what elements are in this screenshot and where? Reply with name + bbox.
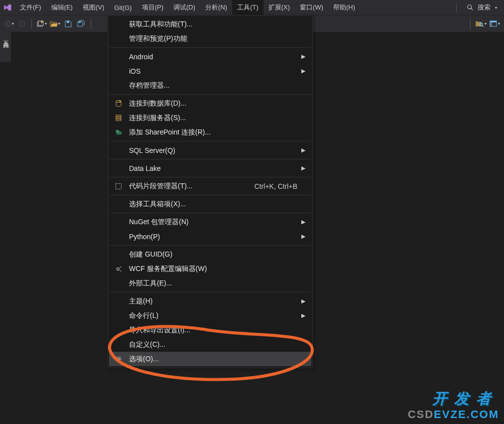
menu-item-8[interactable]: 扩展(X): [263, 0, 295, 15]
menu-option[interactable]: Data Lake▶: [109, 161, 311, 175]
menu-option[interactable]: 创建 GUID(G): [109, 247, 311, 262]
menu-option[interactable]: 代码片段管理器(T)...Ctrl+K, Ctrl+B: [109, 179, 311, 193]
chevron-right-icon: ▶: [301, 233, 305, 240]
find-in-files-button[interactable]: ▾: [474, 18, 488, 30]
open-button[interactable]: ▾: [49, 18, 61, 30]
menu-item-7[interactable]: 工具(T): [232, 0, 263, 15]
menu-item-0[interactable]: 文件(F): [15, 0, 46, 15]
watermark-cn: 开发者: [432, 389, 498, 409]
menu-option-label: 自定义(C)...: [129, 340, 165, 349]
menu-option[interactable]: 主题(H)▶: [109, 294, 311, 308]
db-icon: [114, 99, 123, 108]
search-icon: [467, 4, 474, 11]
menu-option-label: 连接到服务器(S)...: [129, 114, 186, 123]
menu-option-label: 代码片段管理器(T)...: [129, 182, 193, 191]
menu-option-label: 导入和导出设置(I)...: [129, 326, 190, 335]
menu-item-10[interactable]: 帮助(H): [328, 0, 360, 15]
menu-option[interactable]: 存档管理器...: [109, 78, 311, 93]
snippet-icon: [114, 182, 123, 191]
toolbox-label: 工具箱: [1, 36, 10, 39]
menu-option-label: 命令行(L): [129, 311, 158, 320]
chevron-right-icon: ▶: [301, 219, 305, 225]
svg-point-3: [19, 21, 24, 26]
menu-option-label: 创建 GUID(G): [129, 250, 172, 259]
svg-point-22: [118, 269, 119, 270]
window-layout-button[interactable]: ▾: [489, 18, 501, 30]
svg-rect-7: [79, 21, 81, 23]
menu-option[interactable]: 连接到服务器(S)...: [109, 111, 311, 125]
menu-option[interactable]: 选项(O)...: [109, 352, 311, 366]
chevron-right-icon: ▶: [301, 312, 305, 319]
svg-rect-12: [490, 22, 492, 26]
wcf-icon: [114, 265, 123, 274]
svg-point-23: [118, 358, 120, 360]
menu-bar: 文件(F)编辑(E)视图(V)Git(G)项目(P)调试(D)分析(N)工具(T…: [0, 0, 504, 15]
svg-line-9: [482, 25, 484, 27]
menu-item-9[interactable]: 窗口(W): [295, 0, 328, 15]
sp-icon: [114, 128, 123, 137]
menu-item-4[interactable]: 项目(P): [137, 0, 168, 15]
menu-option[interactable]: 添加 SharePoint 连接(R)...: [109, 125, 311, 140]
search-box[interactable]: 搜索 ▾: [460, 3, 504, 12]
menu-option-label: 添加 SharePoint 连接(R)...: [129, 128, 211, 137]
menubar-divider: [456, 3, 457, 12]
menu-option[interactable]: 导入和导出设置(I)...: [109, 323, 311, 337]
menu-option[interactable]: 连接到数据库(D)...: [109, 96, 311, 111]
menu-option-label: 管理和预览(P)功能: [129, 34, 187, 43]
svg-point-18: [119, 131, 122, 135]
server-icon: [114, 114, 123, 123]
menu-option[interactable]: Python(P)▶: [109, 229, 311, 244]
svg-rect-15: [116, 117, 121, 119]
nav-forward-button[interactable]: [16, 18, 28, 30]
menu-option[interactable]: 自定义(C)...: [109, 337, 311, 352]
menu-option[interactable]: NuGet 包管理器(N)▶: [109, 215, 311, 229]
menu-option-label: 获取工具和功能(T)...: [129, 20, 193, 29]
menu-option-label: NuGet 包管理器(N): [129, 218, 189, 227]
menu-item-2[interactable]: 视图(V): [78, 0, 109, 15]
chevron-right-icon: ▶: [301, 53, 305, 60]
svg-line-1: [471, 8, 473, 10]
watermark-en: CSDEVZE.COM: [408, 408, 499, 421]
menu-option[interactable]: Android▶: [109, 49, 311, 64]
menu-option-label: 选项(O)...: [129, 355, 159, 364]
menu-option[interactable]: 外部工具(E)...: [109, 276, 311, 290]
menu-item-1[interactable]: 编辑(E): [46, 0, 78, 15]
tools-menu-dropdown: 获取工具和功能(T)...管理和预览(P)功能Android▶iOS▶存档管理器…: [108, 15, 313, 368]
svg-rect-16: [116, 119, 121, 121]
menu-shortcut: Ctrl+K, Ctrl+B: [254, 182, 297, 190]
svg-point-0: [468, 5, 472, 9]
toolbox-side-tab[interactable]: 工具箱: [0, 32, 11, 62]
chevron-right-icon: ▶: [301, 68, 305, 74]
menu-option[interactable]: 命令行(L)▶: [109, 308, 311, 323]
menu-option-label: Android: [129, 53, 153, 61]
menu-option-label: 连接到数据库(D)...: [129, 99, 186, 108]
svg-point-2: [5, 21, 10, 26]
menu-option-label: SQL Server(Q): [129, 146, 175, 154]
menu-option-label: 存档管理器...: [129, 81, 170, 90]
svg-rect-11: [490, 21, 497, 22]
menu-option[interactable]: 选择工具箱项(X)...: [109, 197, 311, 211]
menu-option-label: WCF 服务配置编辑器(W): [129, 265, 207, 274]
save-button[interactable]: [62, 18, 74, 30]
menu-option[interactable]: 管理和预览(P)功能: [109, 31, 311, 46]
new-project-button[interactable]: ▾: [35, 18, 48, 30]
vs-logo-icon: [0, 0, 15, 15]
nav-back-button[interactable]: ▾: [3, 18, 15, 30]
menu-item-3[interactable]: Git(G): [109, 0, 136, 15]
svg-rect-14: [116, 115, 121, 117]
menu-option[interactable]: iOS▶: [109, 64, 311, 78]
svg-rect-6: [67, 21, 69, 23]
chevron-right-icon: ▶: [301, 147, 305, 153]
menu-option[interactable]: 获取工具和功能(T)...: [109, 17, 311, 31]
menu-option-label: Data Lake: [129, 164, 161, 172]
menu-item-6[interactable]: 分析(N): [200, 0, 232, 15]
svg-rect-20: [116, 183, 122, 189]
menu-item-5[interactable]: 调试(D): [168, 0, 200, 15]
chevron-right-icon: ▶: [301, 298, 305, 304]
menu-option[interactable]: SQL Server(Q)▶: [109, 143, 311, 157]
chevron-right-icon: ▶: [301, 165, 305, 171]
gear-icon: [114, 355, 123, 364]
menu-option[interactable]: WCF 服务配置编辑器(W): [109, 262, 311, 276]
menu-option-label: 外部工具(E)...: [129, 279, 172, 288]
save-all-button[interactable]: [75, 18, 87, 30]
